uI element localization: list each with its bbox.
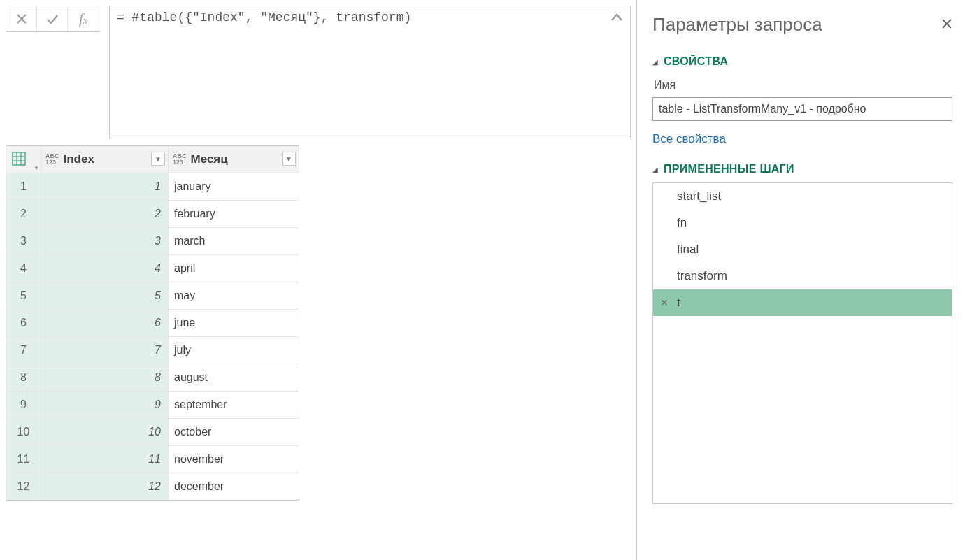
cell-month[interactable]: october <box>169 419 299 445</box>
fx-button[interactable]: fx <box>68 6 99 31</box>
cell-month[interactable]: august <box>169 364 299 391</box>
table-row[interactable]: 11january <box>6 173 299 201</box>
panel-title-row: Параметры запроса <box>652 14 952 36</box>
row-number-cell[interactable]: 2 <box>6 201 41 227</box>
step-label: final <box>677 243 699 257</box>
row-number-cell[interactable]: 3 <box>6 228 41 254</box>
section-steps-label: ПРИМЕНЕННЫЕ ШАГИ <box>664 163 794 175</box>
column-header-label: Месяц <box>191 152 228 166</box>
row-number-cell[interactable]: 10 <box>6 419 41 445</box>
section-properties-label: СВОЙСТВА <box>664 55 728 68</box>
all-properties-link[interactable]: Все свойства <box>652 132 952 146</box>
cell-index[interactable]: 10 <box>41 419 169 445</box>
name-field-value: table - ListTransformMany_v1 - подробно <box>659 103 866 115</box>
column-header-month[interactable]: ABC123 Месяц ▼ <box>169 146 299 173</box>
collapse-formula-button[interactable] <box>610 12 623 26</box>
column-header-label: Index <box>64 152 94 166</box>
formula-row: fx = #table({"Index", "Месяц"}, transfor… <box>6 6 631 138</box>
select-all-cell[interactable]: ▼ <box>6 146 41 173</box>
section-steps-header[interactable]: ◢ ПРИМЕНЕННЫЕ ШАГИ <box>652 163 952 175</box>
cell-month[interactable]: november <box>169 446 299 473</box>
table-row[interactable]: 77july <box>6 337 299 364</box>
type-any-icon: ABC123 <box>45 153 59 166</box>
column-filter-button[interactable]: ▼ <box>282 152 296 166</box>
row-number-cell[interactable]: 5 <box>6 282 41 309</box>
column-header-index[interactable]: ABC123 Index ▼ <box>41 146 169 173</box>
cell-month[interactable]: january <box>169 173 299 200</box>
applied-step[interactable]: transform <box>653 263 952 289</box>
cell-month[interactable]: may <box>169 282 299 309</box>
formula-controls: fx <box>6 6 99 32</box>
table-row[interactable]: 1111november <box>6 446 299 473</box>
data-grid: ▼ ABC123 Index ▼ ABC123 Месяц ▼ 11januar… <box>6 145 299 501</box>
formula-text: = #table({"Index", "Месяц"}, transform) <box>117 10 411 24</box>
step-label: start_list <box>677 189 721 203</box>
cell-index[interactable]: 7 <box>41 337 169 364</box>
row-number-cell[interactable]: 9 <box>6 392 41 418</box>
accept-formula-button[interactable] <box>37 6 68 31</box>
query-settings-panel: Параметры запроса ◢ СВОЙСТВА Имя table -… <box>636 0 965 560</box>
applied-step[interactable]: start_list <box>653 183 952 210</box>
table-row[interactable]: 33march <box>6 228 299 255</box>
cell-index[interactable]: 6 <box>41 310 169 336</box>
x-icon <box>16 13 27 24</box>
table-row[interactable]: 1212december <box>6 473 299 500</box>
applied-steps-list: start_listfnfinaltransform✕t <box>652 182 952 504</box>
row-number-cell[interactable]: 4 <box>6 255 41 282</box>
chevron-up-icon <box>610 13 623 22</box>
name-field-input[interactable]: table - ListTransformMany_v1 - подробно <box>652 97 952 121</box>
row-number-cell[interactable]: 11 <box>6 446 41 473</box>
table-row[interactable]: 44april <box>6 255 299 282</box>
cell-index[interactable]: 2 <box>41 201 169 227</box>
step-label: t <box>677 296 680 310</box>
cell-month[interactable]: september <box>169 392 299 418</box>
cell-index[interactable]: 9 <box>41 392 169 418</box>
section-properties-header[interactable]: ◢ СВОЙСТВА <box>652 55 952 68</box>
table-row[interactable]: 22february <box>6 201 299 228</box>
row-number-cell[interactable]: 12 <box>6 473 41 500</box>
close-panel-button[interactable] <box>941 17 952 33</box>
grid-body: 11january22february33march44april55may66… <box>6 173 299 500</box>
chevron-down-icon: ▼ <box>34 165 39 171</box>
cell-index[interactable]: 8 <box>41 364 169 391</box>
applied-step[interactable]: final <box>653 236 952 263</box>
row-number-cell[interactable]: 7 <box>6 337 41 364</box>
cell-index[interactable]: 11 <box>41 446 169 473</box>
row-number-cell[interactable]: 6 <box>6 310 41 336</box>
cell-month[interactable]: december <box>169 473 299 500</box>
row-number-cell[interactable]: 1 <box>6 173 41 200</box>
check-icon <box>46 13 59 24</box>
cell-month[interactable]: july <box>169 337 299 364</box>
cell-index[interactable]: 5 <box>41 282 169 309</box>
cell-index[interactable]: 3 <box>41 228 169 254</box>
column-filter-button[interactable]: ▼ <box>151 152 165 166</box>
type-any-icon: ABC123 <box>173 153 187 166</box>
applied-step[interactable]: ✕t <box>653 289 952 316</box>
formula-input[interactable]: = #table({"Index", "Месяц"}, transform) <box>109 6 631 138</box>
cell-month[interactable]: february <box>169 201 299 227</box>
panel-title: Параметры запроса <box>652 14 822 36</box>
row-number-cell[interactable]: 8 <box>6 364 41 391</box>
cell-index[interactable]: 4 <box>41 255 169 282</box>
triangle-down-icon: ◢ <box>652 166 658 173</box>
cell-index[interactable]: 12 <box>41 473 169 500</box>
table-row[interactable]: 66june <box>6 310 299 337</box>
cancel-formula-button[interactable] <box>6 6 37 31</box>
svg-rect-2 <box>13 152 25 165</box>
step-label: fn <box>677 216 687 230</box>
cell-month[interactable]: june <box>169 310 299 336</box>
delete-step-icon[interactable]: ✕ <box>660 297 669 308</box>
cell-month[interactable]: april <box>169 255 299 282</box>
applied-step[interactable]: fn <box>653 210 952 236</box>
name-field-label: Имя <box>654 79 952 92</box>
cell-month[interactable]: march <box>169 228 299 254</box>
triangle-down-icon: ◢ <box>652 58 658 66</box>
table-row[interactable]: 88august <box>6 364 299 392</box>
cell-index[interactable]: 1 <box>41 173 169 200</box>
close-icon <box>941 18 952 29</box>
table-row[interactable]: 55may <box>6 282 299 310</box>
main-area: fx = #table({"Index", "Месяц"}, transfor… <box>0 0 636 560</box>
grid-header-row: ▼ ABC123 Index ▼ ABC123 Месяц ▼ <box>6 146 299 173</box>
table-row[interactable]: 1010october <box>6 419 299 446</box>
table-row[interactable]: 99september <box>6 392 299 419</box>
